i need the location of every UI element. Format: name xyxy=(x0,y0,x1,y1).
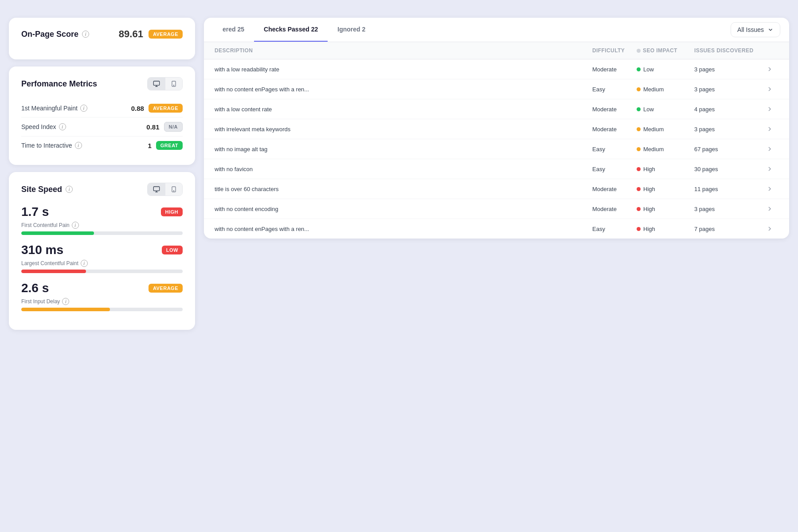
speed-value: 1.7 s xyxy=(21,205,49,219)
performance-metrics-card: Perfomance Metrics 1st Meaningful Paint … xyxy=(9,66,195,165)
tabs-container: ered 25Checks Passed 22Ignored 2 xyxy=(213,18,375,42)
table-row: with irrelevant meta keywords Moderate M… xyxy=(204,119,789,139)
metric-badge: GREAT xyxy=(156,141,183,150)
progress-bar-fill xyxy=(21,231,94,235)
row-difficulty: Easy xyxy=(592,226,637,232)
impact-dot xyxy=(637,167,641,171)
speed-label: First Contentful Pain i xyxy=(21,222,183,229)
site-speed-mobile-btn[interactable] xyxy=(165,183,182,196)
row-description: with a low readability rate xyxy=(215,66,592,73)
impact-dot xyxy=(637,207,641,211)
row-arrow-btn[interactable] xyxy=(761,185,778,192)
row-description: with no image alt tag xyxy=(215,146,592,153)
performance-device-toggle[interactable] xyxy=(147,77,183,90)
row-difficulty: Moderate xyxy=(592,106,637,113)
performance-metric-row: Time to Interactive i 1 GREAT xyxy=(21,137,183,154)
row-description: with a low content rate xyxy=(215,106,592,113)
row-seo-impact: Low xyxy=(637,66,694,73)
table-row: with no content encoding Moderate High 3… xyxy=(204,199,789,219)
metric-value: 1 xyxy=(148,142,151,149)
impact-dot xyxy=(637,67,641,71)
performance-metric-row: Speed Index i 0.81 N/A xyxy=(21,117,183,137)
th-issues-discovered: Issues Discovered xyxy=(694,47,761,54)
tab-item[interactable]: Checks Passed 22 xyxy=(254,18,328,42)
speed-top-row: 2.6 s Average xyxy=(21,281,183,295)
tab-item[interactable]: ered 25 xyxy=(213,18,254,42)
row-seo-impact: Low xyxy=(637,106,694,113)
svg-point-9 xyxy=(173,191,174,191)
row-pages: 7 pages xyxy=(694,226,761,232)
row-difficulty: Moderate xyxy=(592,186,637,192)
desktop-btn[interactable] xyxy=(148,78,165,90)
metric-info-icon[interactable]: i xyxy=(75,142,82,149)
impact-label: High xyxy=(643,166,655,172)
row-arrow-btn[interactable] xyxy=(761,66,778,73)
table-header: Description Difficulty SEO Impact Issues… xyxy=(204,42,789,59)
all-issues-label: All Issues xyxy=(737,26,764,33)
metric-info-icon[interactable]: i xyxy=(80,105,87,112)
seo-impact-dot-header xyxy=(637,49,641,53)
row-arrow-btn[interactable] xyxy=(761,106,778,113)
speed-metric-block: 310 ms Low Largest Contentful Paint i xyxy=(21,243,183,273)
table-row: with no content enPages with a ren... Ea… xyxy=(204,79,789,99)
svg-rect-0 xyxy=(153,81,159,85)
all-issues-dropdown[interactable]: All Issues xyxy=(731,22,780,37)
row-arrow-btn[interactable] xyxy=(761,86,778,93)
speed-badge: Average xyxy=(149,284,183,293)
th-seo-impact: SEO Impact xyxy=(637,47,694,54)
speed-info-icon[interactable]: i xyxy=(72,222,79,229)
row-pages: 3 pages xyxy=(694,66,761,73)
impact-dot xyxy=(637,227,641,231)
speed-label: First Input Delay i xyxy=(21,298,183,305)
impact-label: Medium xyxy=(643,146,664,153)
metric-badge: N/A xyxy=(164,122,183,132)
row-arrow-btn[interactable] xyxy=(761,145,778,153)
table-row: title is over 60 characters Moderate Hig… xyxy=(204,179,789,199)
metric-label: Time to Interactive i xyxy=(21,142,82,149)
speed-top-row: 310 ms Low xyxy=(21,243,183,257)
performance-title: Perfomance Metrics xyxy=(21,79,97,89)
speed-info-icon[interactable]: i xyxy=(81,260,88,267)
site-speed-info-icon[interactable]: i xyxy=(66,186,73,193)
metric-info-icon[interactable]: i xyxy=(59,123,66,130)
impact-dot xyxy=(637,147,641,151)
row-pages: 30 pages xyxy=(694,166,761,172)
row-difficulty: Easy xyxy=(592,86,637,93)
speed-value: 2.6 s xyxy=(21,281,49,295)
impact-label: High xyxy=(643,226,655,232)
onpage-info-icon[interactable]: i xyxy=(82,31,89,38)
row-seo-impact: High xyxy=(637,206,694,212)
row-difficulty: Moderate xyxy=(592,126,637,133)
metric-badge: AVERAGE xyxy=(149,104,183,113)
row-difficulty: Moderate xyxy=(592,206,637,212)
site-speed-title-text: Site Speed xyxy=(21,185,62,194)
onpage-title: On-Page Score i xyxy=(21,30,89,39)
row-seo-impact: Medium xyxy=(637,146,694,153)
row-arrow-btn[interactable] xyxy=(761,225,778,232)
row-arrow-btn[interactable] xyxy=(761,165,778,172)
row-description: with no content enPages with a ren... xyxy=(215,86,592,93)
mobile-btn[interactable] xyxy=(165,78,182,90)
table-body: with a low readability rate Moderate Low… xyxy=(204,59,789,239)
metric-right: 0.81 N/A xyxy=(146,122,183,132)
performance-metric-row: 1st Meaningful Paint i 0.88 AVERAGE xyxy=(21,99,183,117)
site-speed-device-toggle[interactable] xyxy=(147,183,183,196)
left-panel: On-Page Score i 89.61 AVERAGE Perfomance… xyxy=(9,18,195,330)
metric-label: 1st Meaningful Paint i xyxy=(21,105,87,112)
performance-header: Perfomance Metrics xyxy=(21,77,183,90)
row-arrow-btn[interactable] xyxy=(761,205,778,212)
chevron-down-icon xyxy=(767,27,774,33)
site-speed-card: Site Speed i 1.7 s High xyxy=(9,172,195,330)
metric-right: 1 GREAT xyxy=(148,141,183,150)
metric-value: 0.88 xyxy=(131,105,144,112)
speed-info-icon[interactable]: i xyxy=(62,298,69,305)
row-arrow-btn[interactable] xyxy=(761,125,778,133)
tab-item[interactable]: Ignored 2 xyxy=(328,18,375,42)
onpage-badge: AVERAGE xyxy=(149,30,183,39)
row-pages: 4 pages xyxy=(694,106,761,113)
performance-title-text: Perfomance Metrics xyxy=(21,79,97,89)
progress-bar-fill xyxy=(21,308,110,311)
site-speed-desktop-btn[interactable] xyxy=(148,183,165,196)
site-speed-title: Site Speed i xyxy=(21,185,73,194)
progress-bar-bg xyxy=(21,231,183,235)
